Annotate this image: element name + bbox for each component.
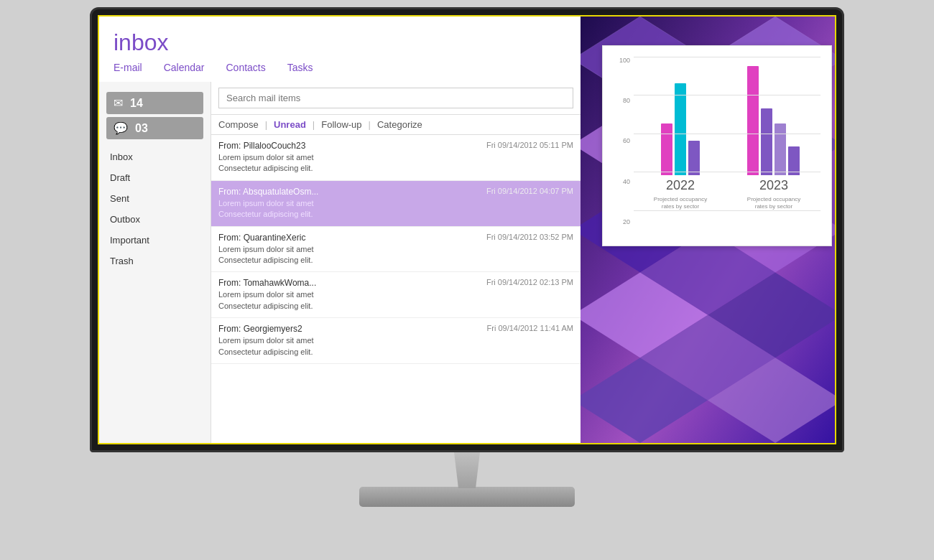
email-panel: inbox E-mail Calendar Contacts Tasks ✉ 1…	[99, 17, 581, 443]
unread-button[interactable]: Unread	[274, 119, 306, 130]
email-preview-2: Lorem ipsum dolor sit amet Consectetur a…	[218, 198, 573, 220]
chart-group-2023: 2023 Projected occupancyrates by sector	[747, 60, 800, 211]
email-item-2[interactable]: From: AbsquatulateOsm... Fri 09/14/2012 …	[211, 181, 581, 227]
bar-2023-2	[761, 108, 772, 175]
sidebar-nav: Inbox Draft Sent Outbox Important Trash	[99, 146, 211, 271]
sidebar-item-inbox[interactable]: Inbox	[99, 146, 211, 167]
email-body: ✉ 14 💬 03 Inbox Draft Sent Outbox I	[99, 82, 581, 443]
monitor-stand-base	[359, 487, 575, 507]
email-item-4[interactable]: From: TomahawkWoma... Fri 09/14/2012 02:…	[211, 272, 581, 318]
sep1: |	[265, 119, 267, 130]
bar-2022-1	[661, 123, 672, 175]
email-list: From: PillalooCouch23 Fri 09/14/2012 05:…	[211, 135, 581, 443]
chat-icon: 💬	[114, 121, 128, 135]
email-preview-3: Lorem ipsum dolor sit amet Consectetur a…	[218, 244, 573, 266]
y-label-40: 40	[623, 178, 630, 185]
chat-count: 03	[135, 122, 148, 135]
email-item-5[interactable]: From: Georgiemyers2 Fri 09/14/2012 11:41…	[211, 318, 581, 364]
email-item-1-header: From: PillalooCouch23 Fri 09/14/2012 05:…	[218, 141, 573, 151]
right-panel: 100 80 60 40 20	[581, 17, 835, 443]
sidebar-item-outbox[interactable]: Outbox	[99, 209, 211, 230]
email-date-4: Fri 09/14/2012 02:13 PM	[486, 278, 573, 288]
bar-2023-1	[747, 66, 759, 175]
tab-calendar[interactable]: Calendar	[164, 62, 205, 76]
compose-button[interactable]: Compose	[218, 119, 259, 130]
email-date-3: Fri 09/14/2012 03:52 PM	[486, 233, 573, 243]
monitor-stand-neck	[445, 452, 489, 488]
sep3: |	[369, 119, 371, 130]
mail-badge[interactable]: ✉ 14	[106, 92, 203, 114]
email-item-3[interactable]: From: QuarantineXeric Fri 09/14/2012 03:…	[211, 227, 581, 273]
email-preview-1: Lorem ipsum dolor sit amet Consectetur a…	[218, 152, 573, 174]
bar-2023-4	[788, 146, 800, 175]
sidebar-item-draft[interactable]: Draft	[99, 167, 211, 188]
email-item-1[interactable]: From: PillalooCouch23 Fri 09/14/2012 05:…	[211, 135, 581, 181]
email-item-4-header: From: TomahawkWoma... Fri 09/14/2012 02:…	[218, 278, 573, 288]
y-label-80: 80	[623, 97, 630, 104]
nav-tabs: E-mail Calendar Contacts Tasks	[114, 62, 566, 76]
email-from-5: From: Georgiemyers2	[218, 324, 302, 334]
sidebar-item-important[interactable]: Important	[99, 230, 211, 251]
followup-button[interactable]: Follow-up	[321, 119, 361, 130]
search-input[interactable]	[218, 88, 573, 108]
sidebar-item-sent[interactable]: Sent	[99, 188, 211, 209]
chart-sublabel-2023: Projected occupancyrates by sector	[747, 196, 800, 211]
tab-tasks[interactable]: Tasks	[287, 62, 313, 76]
categorize-button[interactable]: Categorize	[377, 119, 422, 130]
bar-2023-3	[775, 123, 786, 175]
bar-2022-2	[675, 83, 686, 175]
email-item-3-header: From: QuarantineXeric Fri 09/14/2012 03:…	[218, 233, 573, 243]
email-from-3: From: QuarantineXeric	[218, 233, 305, 243]
email-header: inbox E-mail Calendar Contacts Tasks	[99, 17, 581, 82]
chat-badge[interactable]: 💬 03	[106, 117, 203, 139]
chart-year-2022: 2022	[666, 178, 695, 193]
email-date-1: Fri 09/14/2012 05:11 PM	[486, 141, 573, 151]
search-bar	[211, 82, 581, 115]
main-content: Compose | Unread | Follow-up | Categoriz…	[211, 82, 581, 443]
chart-group-2022: 2022 Projected occupancyrates by sector	[654, 60, 707, 211]
sidebar: ✉ 14 💬 03 Inbox Draft Sent Outbox I	[99, 82, 211, 443]
email-date-5: Fri 09/14/2012 11:41 AM	[487, 324, 573, 334]
sep2: |	[313, 119, 315, 130]
y-label-60: 60	[623, 137, 630, 144]
chart-year-2023: 2023	[759, 178, 788, 193]
email-item-5-header: From: Georgiemyers2 Fri 09/14/2012 11:41…	[218, 324, 573, 334]
email-from-4: From: TomahawkWoma...	[218, 278, 316, 288]
bar-2022-3	[688, 141, 700, 175]
y-label-100: 100	[619, 57, 630, 64]
monitor-frame: inbox E-mail Calendar Contacts Tasks ✉ 1…	[90, 7, 844, 452]
tab-email[interactable]: E-mail	[114, 62, 142, 76]
tab-contacts[interactable]: Contacts	[226, 62, 266, 76]
monitor: inbox E-mail Calendar Contacts Tasks ✉ 1…	[72, 7, 862, 553]
monitor-screen: inbox E-mail Calendar Contacts Tasks ✉ 1…	[99, 17, 835, 443]
chart-sublabel-2022: Projected occupancyrates by sector	[654, 196, 707, 211]
mail-icon: ✉	[114, 96, 123, 110]
email-from-1: From: PillalooCouch23	[218, 141, 305, 151]
toolbar: Compose | Unread | Follow-up | Categoriz…	[211, 115, 581, 135]
email-date-2: Fri 09/14/2012 04:07 PM	[486, 187, 573, 197]
chart-overlay: 100 80 60 40 20	[602, 45, 832, 246]
email-from-2: From: AbsquatulateOsm...	[218, 187, 318, 197]
email-preview-5: Lorem ipsum dolor sit amet Consectetur a…	[218, 335, 573, 358]
sidebar-item-trash[interactable]: Trash	[99, 251, 211, 271]
email-item-2-header: From: AbsquatulateOsm... Fri 09/14/2012 …	[218, 187, 573, 197]
app-title: inbox	[114, 29, 566, 56]
email-preview-4: Lorem ipsum dolor sit amet Consectetur a…	[218, 289, 573, 312]
mail-count: 14	[130, 97, 143, 110]
y-label-20: 20	[623, 218, 630, 225]
